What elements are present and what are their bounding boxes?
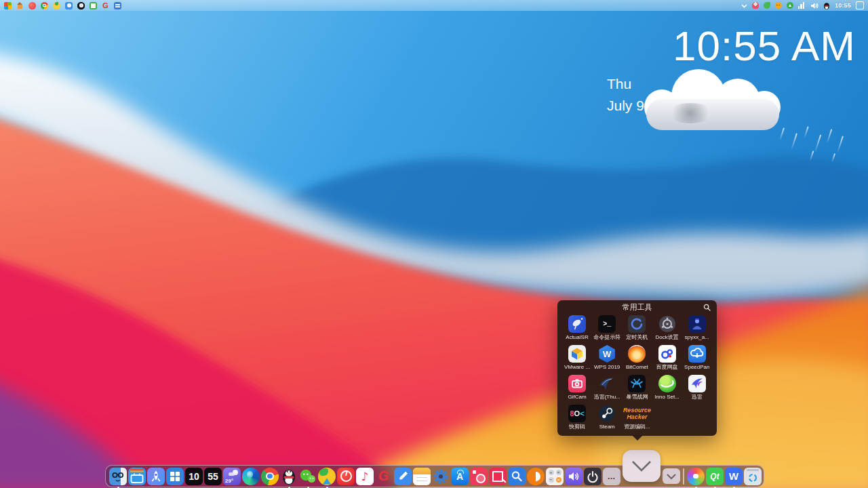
- bitcomet-icon: [628, 345, 646, 363]
- popup-app-bitcomet[interactable]: BitComet: [622, 345, 652, 374]
- popup-title: 常用工具: [623, 302, 652, 312]
- resource-hacker-icon: Resource Hacker: [622, 405, 652, 422]
- windows-start-icon[interactable]: [166, 468, 184, 485]
- volume-tray-icon[interactable]: [810, 2, 818, 9]
- popup-app-label: 迅雷: [692, 394, 703, 401]
- qq-tray-icon[interactable]: [823, 2, 830, 9]
- person-tray-icon[interactable]: [752, 2, 759, 9]
- apple-music-icon[interactable]: ♪: [356, 468, 374, 485]
- popup-app-thunder-old[interactable]: 迅雷(Thu...: [592, 375, 622, 404]
- mydockfinder-icon[interactable]: [109, 468, 127, 485]
- volume-dock-icon[interactable]: [565, 468, 583, 485]
- popup-app-label: SpeedPan: [684, 364, 709, 371]
- popup-app-inno-setup[interactable]: Inno Set...: [652, 375, 682, 404]
- popup-app-label: Inno Set...: [654, 394, 679, 401]
- popup-app-actualsr[interactable]: ActualSR: [562, 315, 592, 344]
- search-icon[interactable]: [703, 304, 711, 311]
- popup-app-gifcam[interactable]: GifCam: [562, 375, 592, 404]
- calculator-icon[interactable]: +×−=: [546, 468, 564, 485]
- orange-face-tray-icon[interactable]: [775, 2, 782, 9]
- popup-app-label: 命令提示符: [593, 334, 620, 341]
- dark-mode-icon[interactable]: [527, 468, 545, 485]
- kuaijianji-icon: 8O<: [568, 405, 586, 422]
- popup-app-spyxx[interactable]: spyxx_a...: [682, 315, 712, 344]
- chrome-dock-icon[interactable]: [261, 468, 279, 485]
- popup-app-dock-settings[interactable]: Dock设置: [652, 315, 682, 344]
- popup-app-label: 暴雪战网: [626, 394, 648, 401]
- green-shield-tray-icon[interactable]: [787, 2, 793, 9]
- map-globe-icon[interactable]: [318, 468, 336, 485]
- app-store-icon[interactable]: A: [451, 468, 469, 485]
- recycle-bin-icon[interactable]: [744, 468, 762, 485]
- leaf-tray-icon[interactable]: [764, 2, 770, 9]
- inno-setup-icon: [658, 375, 676, 392]
- expand-tools-button[interactable]: [623, 450, 660, 482]
- green-grid-icon[interactable]: [90, 2, 97, 9]
- search-dock-icon[interactable]: [508, 468, 526, 485]
- music-note-glyph: ♪: [361, 470, 369, 483]
- battlenet-icon: [628, 375, 646, 392]
- popup-app-thunder-new[interactable]: 迅雷: [682, 375, 712, 404]
- popup-app-vmware[interactable]: VMware ...: [562, 345, 592, 374]
- g-red-icon[interactable]: G: [102, 2, 109, 9]
- network-signal-icon[interactable]: [798, 2, 806, 9]
- sticky-notes-icon[interactable]: [413, 468, 431, 485]
- clock-hour-tile[interactable]: 10: [185, 468, 203, 485]
- blue-moon-icon[interactable]: [65, 2, 73, 9]
- collapse-chevron-button[interactable]: [663, 468, 680, 484]
- screenshot-icon[interactable]: [470, 468, 488, 485]
- wps-2019-icon: W: [598, 345, 616, 363]
- home-icon[interactable]: [16, 2, 24, 9]
- popup-app-steam[interactable]: Steam: [592, 405, 622, 434]
- popup-app-label: Steam: [599, 424, 615, 430]
- vmware-icon: [568, 345, 586, 363]
- tray-clock[interactable]: 10:55: [835, 2, 851, 9]
- edge-icon[interactable]: [242, 468, 260, 485]
- more-apps-button[interactable]: …: [603, 468, 620, 485]
- popup-app-cmd[interactable]: >_ 命令提示符: [592, 315, 622, 344]
- photos-pinwheel-icon[interactable]: [687, 468, 705, 485]
- wechat-icon[interactable]: [299, 468, 317, 485]
- popup-app-label: GifCam: [568, 394, 586, 401]
- blue-w-icon[interactable]: [114, 2, 121, 9]
- wps-writer-icon[interactable]: W: [725, 468, 743, 485]
- settings-gear-icon[interactable]: [432, 468, 450, 485]
- dock-settings-icon: [658, 315, 676, 333]
- dock: 10 55 29° ♪ G: [105, 465, 764, 487]
- qt-creator-icon[interactable]: Qt: [706, 468, 724, 485]
- launchpad-rocket-icon[interactable]: [147, 468, 165, 485]
- thunder-old-icon: [598, 375, 616, 392]
- crop-tool-icon[interactable]: [489, 468, 507, 485]
- speedpan-icon: [688, 345, 706, 363]
- netease-music-icon[interactable]: [28, 2, 36, 9]
- popup-app-battlenet[interactable]: 暴雪战网: [622, 375, 652, 404]
- app-drawer-icon[interactable]: [128, 468, 146, 485]
- plant-icon[interactable]: [53, 2, 60, 9]
- popup-app-label: Dock设置: [655, 334, 678, 341]
- popup-app-baidu-pan[interactable]: 百度网盘: [652, 345, 682, 374]
- popup-app-label: BitComet: [626, 364, 648, 371]
- popup-app-resource-hacker[interactable]: Resource Hacker 资源编辑...: [622, 405, 652, 434]
- popup-app-speedpan[interactable]: SpeedPan: [682, 345, 712, 374]
- spyxx-icon: [688, 315, 706, 333]
- menu-bar-left: G: [4, 2, 121, 9]
- popup-app-timed-shutdown[interactable]: 定时关机: [622, 315, 652, 344]
- netease-cloud-music-icon[interactable]: [337, 468, 355, 485]
- popup-app-kuaijianji[interactable]: 8O< 快剪辑: [562, 405, 592, 434]
- windows-icon[interactable]: [4, 2, 12, 9]
- popup-app-label: 百度网盘: [656, 364, 678, 371]
- notes-pencil-icon[interactable]: [394, 468, 412, 485]
- menu-bar-tray: 10:55: [741, 1, 864, 9]
- weather-tile[interactable]: 29°: [223, 468, 241, 485]
- popup-app-wps2019[interactable]: W WPS 2019: [592, 345, 622, 374]
- power-icon[interactable]: [584, 468, 601, 485]
- clock-minute-tile[interactable]: 55: [204, 468, 222, 485]
- popup-app-label: 资源编辑...: [624, 424, 650, 430]
- chrome-icon[interactable]: [41, 2, 48, 9]
- record-icon[interactable]: [77, 2, 85, 9]
- popup-tail: [632, 435, 643, 441]
- qq-icon[interactable]: [280, 468, 298, 485]
- action-center-icon[interactable]: [856, 1, 864, 9]
- tray-chevron-down-icon[interactable]: [741, 3, 747, 9]
- g-app-icon[interactable]: G: [375, 468, 393, 485]
